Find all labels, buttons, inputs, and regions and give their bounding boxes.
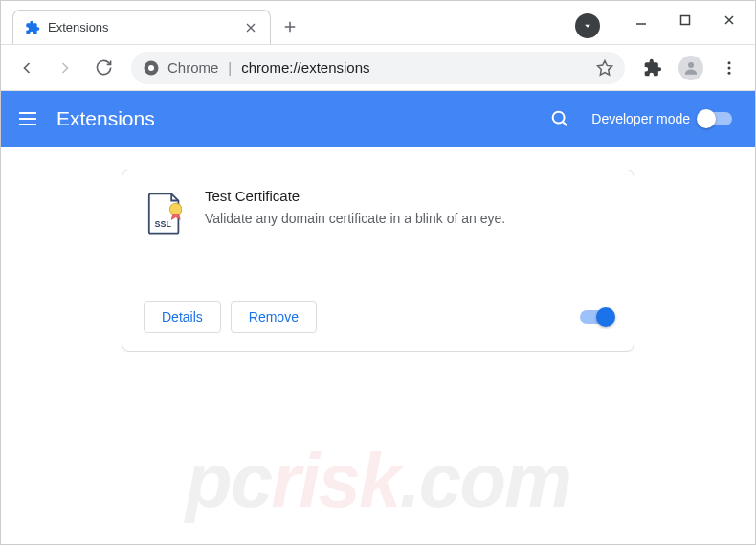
profile-indicator-icon[interactable] xyxy=(575,13,600,38)
forward-button[interactable] xyxy=(49,52,81,84)
bookmark-star-icon[interactable] xyxy=(596,59,613,77)
svg-point-7 xyxy=(553,112,565,124)
svg-point-4 xyxy=(728,61,731,64)
content-area: SSL Test Certificate Validate any domain… xyxy=(1,147,755,544)
extension-card: SSL Test Certificate Validate any domain… xyxy=(122,170,634,352)
svg-point-5 xyxy=(728,66,731,69)
close-window-button[interactable] xyxy=(707,6,751,34)
developer-mode-toggle[interactable] xyxy=(700,112,732,125)
extension-enable-toggle[interactable] xyxy=(580,310,612,324)
svg-point-9 xyxy=(169,203,182,216)
avatar-icon xyxy=(678,56,703,80)
address-bar: Chrome | chrome://extensions xyxy=(1,45,755,91)
minimize-button[interactable] xyxy=(619,6,663,34)
svg-rect-0 xyxy=(681,16,690,25)
page-title: Extensions xyxy=(56,107,549,130)
reload-button[interactable] xyxy=(87,52,120,84)
window-controls xyxy=(619,6,751,34)
url-text: chrome://extensions xyxy=(241,59,589,76)
back-button[interactable] xyxy=(11,52,43,84)
maximize-button[interactable] xyxy=(663,6,707,34)
new-tab-button[interactable] xyxy=(277,13,303,40)
extension-name: Test Certificate xyxy=(205,188,612,204)
remove-button[interactable]: Remove xyxy=(231,301,317,333)
toggle-knob xyxy=(596,307,615,327)
search-icon[interactable] xyxy=(549,108,570,129)
browser-window: Extensions Chrome | chrome://exten xyxy=(0,0,756,545)
url-separator: | xyxy=(228,59,232,76)
profile-button[interactable] xyxy=(675,52,707,84)
svg-point-6 xyxy=(728,71,731,74)
extension-ssl-icon: SSL xyxy=(147,192,182,236)
puzzle-icon xyxy=(25,20,40,35)
toggle-knob xyxy=(697,109,716,128)
extension-description: Validate any domain certificate in a bli… xyxy=(205,210,612,229)
details-button[interactable]: Details xyxy=(144,301,221,333)
omnibox[interactable]: Chrome | chrome://extensions xyxy=(131,52,625,84)
extensions-appbar: Extensions Developer mode xyxy=(1,91,755,147)
kebab-menu-icon[interactable] xyxy=(713,52,745,84)
chrome-icon xyxy=(143,59,160,77)
developer-mode-label: Developer mode xyxy=(591,111,690,126)
url-prefix: Chrome xyxy=(167,59,218,76)
svg-text:SSL: SSL xyxy=(154,219,171,229)
watermark: pcrisk.com xyxy=(186,437,570,525)
browser-tab[interactable]: Extensions xyxy=(12,10,271,44)
svg-point-3 xyxy=(688,62,694,68)
hamburger-menu-icon[interactable] xyxy=(16,107,39,130)
svg-point-2 xyxy=(148,65,154,71)
window-titlebar: Extensions xyxy=(1,1,755,45)
close-icon[interactable] xyxy=(243,20,258,35)
extensions-puzzle-icon[interactable] xyxy=(636,52,669,84)
tab-title: Extensions xyxy=(48,20,235,34)
